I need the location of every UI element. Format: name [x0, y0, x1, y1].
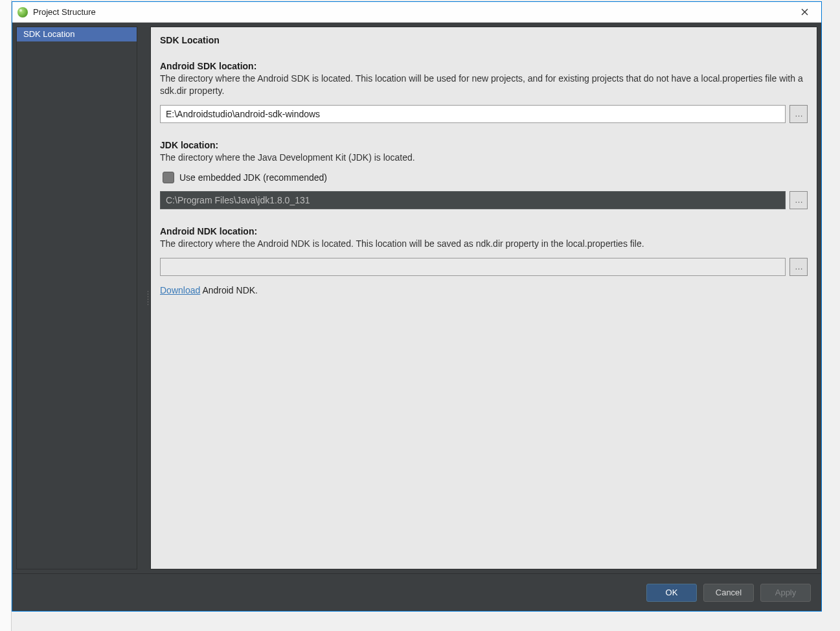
use-embedded-jdk-label: Use embedded JDK (recommended): [179, 172, 327, 183]
android-sdk-desc: The directory where the Android SDK is l…: [160, 73, 808, 97]
sidebar-item-label: SDK Location: [23, 29, 75, 39]
jdk-desc: The directory where the Java Development…: [160, 152, 808, 164]
android-ndk-block: Android NDK location: The directory wher…: [160, 226, 808, 295]
use-embedded-jdk-checkbox[interactable]: [163, 172, 174, 183]
android-sdk-browse-button[interactable]: …: [789, 105, 808, 123]
jdk-browse-button[interactable]: …: [789, 191, 808, 209]
android-ndk-desc: The directory where the Android NDK is l…: [160, 238, 808, 250]
android-ndk-input[interactable]: [160, 258, 786, 276]
title-bar[interactable]: Project Structure: [12, 2, 821, 23]
jdk-label: JDK location:: [160, 140, 808, 150]
apply-button[interactable]: Apply: [760, 584, 811, 602]
dialog-footer: OK Cancel Apply: [12, 573, 821, 611]
cancel-button[interactable]: Cancel: [703, 584, 754, 602]
dialog-body: SDK Location SDK Location Android SDK lo…: [12, 23, 821, 573]
download-ndk-text: Android NDK.: [200, 285, 258, 295]
ok-button[interactable]: OK: [646, 584, 697, 602]
jdk-checkbox-row: Use embedded JDK (recommended): [163, 172, 808, 183]
download-ndk-link[interactable]: Download: [160, 285, 200, 295]
jdk-input[interactable]: [160, 191, 786, 209]
jdk-input-row: …: [160, 191, 808, 209]
android-sdk-input[interactable]: [160, 105, 786, 123]
close-icon[interactable]: [790, 3, 819, 22]
android-ndk-browse-button[interactable]: …: [789, 258, 808, 276]
window-title: Project Structure: [33, 7, 790, 17]
jdk-block: JDK location: The directory where the Ja…: [160, 140, 808, 209]
sidebar: SDK Location: [16, 27, 137, 569]
android-ndk-label: Android NDK location:: [160, 226, 808, 236]
grip-handle-icon: [147, 290, 149, 306]
android-studio-icon: [17, 7, 28, 17]
android-sdk-input-row: …: [160, 105, 808, 123]
background-ide-strip: [0, 0, 12, 631]
panel-title: SDK Location: [160, 35, 808, 45]
android-sdk-label: Android SDK location:: [160, 61, 808, 71]
android-sdk-block: Android SDK location: The directory wher…: [160, 61, 808, 123]
project-structure-dialog: Project Structure SDK Location SDK Locat…: [12, 1, 822, 612]
sidebar-item-sdk-location[interactable]: SDK Location: [17, 27, 137, 41]
content-panel: SDK Location Android SDK location: The d…: [150, 27, 817, 569]
ndk-download-line: Download Android NDK.: [160, 285, 808, 295]
android-ndk-input-row: …: [160, 258, 808, 276]
split-gutter[interactable]: [145, 27, 150, 569]
